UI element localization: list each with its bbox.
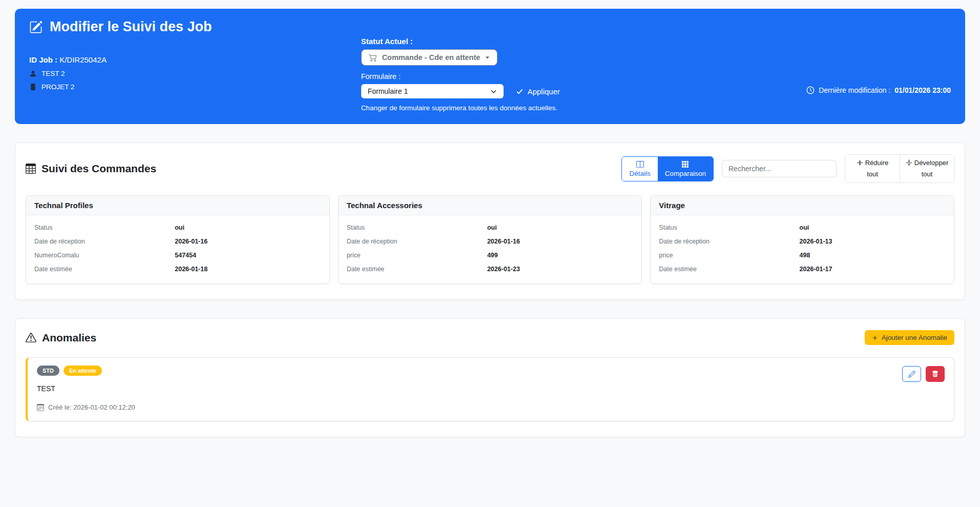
row-value: 2026-01-17 (800, 266, 832, 273)
anomalies-title: Anomalies (42, 332, 96, 344)
row-value: 547454 (175, 252, 196, 259)
order-row: Date estimée2026-01-18 (34, 266, 321, 273)
grid-icon (681, 160, 689, 168)
row-value: 2026-01-18 (175, 266, 207, 273)
project-line: PROJET 2 (29, 83, 361, 91)
pencil-icon (908, 371, 915, 378)
order-card-technal-accessories: Technal Accessories Statusoui Date de ré… (338, 195, 642, 284)
expand-all-label: Développer tout (914, 159, 949, 178)
row-value: 499 (487, 252, 498, 259)
calendar-icon (37, 404, 44, 411)
view-comparison-label: Comparaison (665, 170, 706, 177)
order-row: Statusoui (34, 224, 321, 231)
building-icon (29, 83, 37, 91)
order-row: Statusoui (659, 224, 946, 231)
view-details-button[interactable]: Détails (622, 157, 657, 181)
anomaly-status-badge: En attente (64, 366, 102, 376)
anomaly-card: STD En attente TEST (26, 357, 954, 421)
job-id-line: ID Job : K/DIR25042A (29, 55, 361, 64)
row-label: Date de réception (34, 238, 175, 245)
row-label: Date estimée (659, 266, 799, 273)
view-toggle-group: Détails Comparaison (621, 156, 714, 181)
edit-anomaly-button[interactable] (902, 366, 921, 382)
form-change-warning: Changer de formulaire supprimera toutes … (361, 104, 607, 112)
status-form-block: Statut Actuel : Commande - Cde en attent… (361, 37, 607, 112)
expand-all-button[interactable]: Développer tout (900, 155, 954, 182)
person-icon (29, 70, 37, 77)
clock-icon (806, 86, 815, 94)
caret-down-icon (485, 55, 490, 60)
order-row: Date de réception2026-01-13 (659, 238, 946, 245)
order-card-title: Technal Accessories (339, 196, 642, 215)
row-value: 2026-01-13 (800, 238, 832, 245)
collapse-expand-group: Réduire tout Développer tout (845, 154, 954, 183)
anomaly-type-badge: STD (37, 366, 59, 376)
row-value: 2026-01-16 (487, 238, 520, 245)
cart-icon (369, 53, 377, 62)
anomaly-created-text: Créé le: 2026-01-02 00:12:20 (48, 403, 135, 411)
order-card-vitrage: Vitrage Statusoui Date de réception2026-… (650, 195, 954, 284)
form-label: Formulaire : (361, 72, 607, 80)
orders-title-row: Suivi des Commandes (26, 163, 156, 175)
plus-icon (872, 335, 878, 341)
add-anomaly-label: Ajouter une Anomalie (882, 334, 947, 341)
last-modified-line: Dernière modification : 01/01/2026 23:00 (806, 37, 951, 112)
client-name: TEST 2 (41, 70, 65, 77)
row-label: Status (659, 224, 799, 231)
delete-anomaly-button[interactable] (926, 366, 945, 382)
row-label: price (659, 252, 799, 259)
order-row: price498 (659, 252, 946, 259)
page: Modifier le Suivi des Job ID Job : K/DIR… (0, 0, 980, 446)
status-label: Statut Actuel : (361, 37, 607, 46)
arrows-collapse-icon (857, 159, 863, 169)
client-line: TEST 2 (29, 70, 361, 77)
row-label: Date estimée (34, 266, 175, 273)
row-value: 2026-01-16 (175, 238, 207, 245)
row-value: 498 (800, 252, 810, 259)
page-title-row: Modifier le Suivi des Job (29, 19, 951, 35)
view-details-label: Détails (629, 170, 650, 177)
chevron-down-icon (490, 88, 497, 95)
order-row: Date de réception2026-01-16 (34, 238, 321, 245)
trash-icon (932, 371, 939, 377)
row-label: NumeroComalu (34, 252, 175, 259)
arrows-expand-icon (906, 159, 912, 169)
last-modified-value: 01/01/2026 23:00 (894, 86, 951, 94)
view-comparison-button[interactable]: Comparaison (658, 157, 713, 181)
anomalies-section: Anomalies Ajouter une Anomalie STD En at… (15, 318, 965, 437)
table-icon (26, 164, 36, 174)
row-label: Status (347, 224, 487, 231)
order-row: NumeroComalu547454 (34, 252, 321, 259)
row-label: price (347, 252, 487, 259)
order-card-technal-profiles: Technal Profiles Statusoui Date de récep… (26, 195, 330, 284)
form-select-value: Formulaire 1 (368, 87, 408, 95)
row-label: Status (34, 224, 175, 231)
row-label: Date de réception (659, 238, 799, 245)
search-input[interactable] (722, 160, 837, 177)
collapse-all-button[interactable]: Réduire tout (845, 155, 900, 182)
job-identity-block: ID Job : K/DIR25042A TEST 2 PROJET 2 (29, 37, 361, 112)
orders-title: Suivi des Commandes (41, 163, 156, 175)
order-row: Date estimée2026-01-23 (347, 266, 634, 273)
order-card-title: Vitrage (651, 196, 954, 215)
row-value: oui (175, 224, 184, 231)
status-dropdown[interactable]: Commande - Cde en attente (361, 49, 498, 66)
page-title: Modifier le Suivi des Job (50, 19, 212, 35)
orders-section: Suivi des Commandes Détails Comparaiso (15, 143, 965, 300)
apply-button[interactable]: Appliquer (516, 87, 560, 96)
order-row: price499 (347, 252, 634, 259)
job-header-panel: Modifier le Suivi des Job ID Job : K/DIR… (15, 9, 965, 124)
row-label: Date de réception (347, 238, 487, 245)
row-label: Date estimée (347, 266, 487, 273)
status-value: Commande - Cde en attente (382, 53, 481, 62)
order-card-title: Technal Profiles (26, 196, 329, 215)
job-id-value: K/DIR25042A (59, 55, 107, 64)
apply-label: Appliquer (528, 87, 560, 96)
row-value: oui (487, 224, 497, 231)
collapse-all-label: Réduire tout (865, 159, 889, 178)
anomalies-title-row: Anomalies (26, 332, 96, 344)
layout-split-icon (636, 160, 644, 168)
row-value: 2026-01-23 (487, 266, 520, 273)
add-anomaly-button[interactable]: Ajouter une Anomalie (865, 330, 954, 345)
form-select[interactable]: Formulaire 1 (361, 84, 504, 98)
